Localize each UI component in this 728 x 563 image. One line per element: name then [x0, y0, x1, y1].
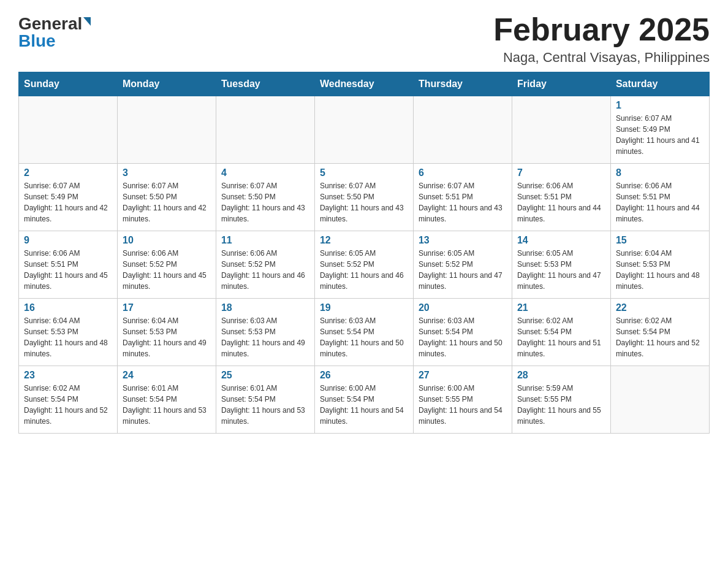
- day-number: 17: [123, 302, 211, 313]
- calendar-day-cell: [117, 96, 216, 164]
- logo-general-text: General: [18, 15, 82, 33]
- page-header: General Blue February 2025 Naga, Central…: [18, 12, 710, 66]
- day-number: 3: [123, 167, 211, 178]
- calendar-day-cell: [413, 96, 512, 164]
- day-number: 19: [320, 302, 408, 313]
- day-number: 23: [24, 370, 112, 381]
- calendar-week-row: 9Sunrise: 6:06 AMSunset: 5:51 PMDaylight…: [19, 231, 710, 299]
- calendar-day-cell: [19, 96, 118, 164]
- day-number: 25: [221, 370, 309, 381]
- day-info: Sunrise: 6:01 AMSunset: 5:54 PMDaylight:…: [221, 383, 309, 427]
- calendar-day-cell: 3Sunrise: 6:07 AMSunset: 5:50 PMDaylight…: [117, 164, 216, 231]
- day-number: 8: [616, 167, 704, 178]
- calendar-header-row: SundayMondayTuesdayWednesdayThursdayFrid…: [19, 72, 710, 96]
- day-number: 13: [419, 235, 507, 246]
- calendar-day-cell: 8Sunrise: 6:06 AMSunset: 5:51 PMDaylight…: [610, 164, 709, 231]
- calendar-day-cell: 11Sunrise: 6:06 AMSunset: 5:52 PMDayligh…: [216, 231, 314, 299]
- day-info: Sunrise: 6:07 AMSunset: 5:51 PMDaylight:…: [419, 180, 507, 224]
- day-info: Sunrise: 6:03 AMSunset: 5:54 PMDaylight:…: [419, 315, 507, 359]
- calendar-day-cell: 24Sunrise: 6:01 AMSunset: 5:54 PMDayligh…: [117, 366, 216, 434]
- day-number: 27: [419, 370, 507, 381]
- calendar-day-cell: 2Sunrise: 6:07 AMSunset: 5:49 PMDaylight…: [19, 164, 118, 231]
- day-info: Sunrise: 6:02 AMSunset: 5:54 PMDaylight:…: [24, 383, 112, 427]
- day-number: 28: [517, 370, 605, 381]
- calendar-day-cell: 22Sunrise: 6:02 AMSunset: 5:54 PMDayligh…: [610, 299, 709, 366]
- day-number: 11: [221, 235, 309, 246]
- calendar-day-cell: 9Sunrise: 6:06 AMSunset: 5:51 PMDaylight…: [19, 231, 118, 299]
- calendar-day-cell: 10Sunrise: 6:06 AMSunset: 5:52 PMDayligh…: [117, 231, 216, 299]
- calendar-day-cell: [610, 366, 709, 434]
- calendar-day-cell: 25Sunrise: 6:01 AMSunset: 5:54 PMDayligh…: [216, 366, 314, 434]
- day-info: Sunrise: 6:07 AMSunset: 5:50 PMDaylight:…: [320, 180, 408, 224]
- day-info: Sunrise: 6:07 AMSunset: 5:49 PMDaylight:…: [24, 180, 112, 224]
- calendar-day-cell: 17Sunrise: 6:04 AMSunset: 5:53 PMDayligh…: [117, 299, 216, 366]
- calendar-header-thursday: Thursday: [413, 72, 512, 96]
- calendar-day-cell: 7Sunrise: 6:06 AMSunset: 5:51 PMDaylight…: [512, 164, 610, 231]
- day-info: Sunrise: 6:07 AMSunset: 5:50 PMDaylight:…: [221, 180, 309, 224]
- day-info: Sunrise: 6:07 AMSunset: 5:50 PMDaylight:…: [123, 180, 211, 224]
- day-info: Sunrise: 6:06 AMSunset: 5:52 PMDaylight:…: [123, 248, 211, 292]
- day-number: 12: [320, 235, 408, 246]
- day-number: 4: [221, 167, 309, 178]
- calendar-day-cell: 4Sunrise: 6:07 AMSunset: 5:50 PMDaylight…: [216, 164, 314, 231]
- day-number: 7: [517, 167, 605, 178]
- day-number: 22: [616, 302, 704, 313]
- day-info: Sunrise: 6:06 AMSunset: 5:51 PMDaylight:…: [24, 248, 112, 292]
- day-info: Sunrise: 6:05 AMSunset: 5:52 PMDaylight:…: [419, 248, 507, 292]
- calendar-day-cell: 19Sunrise: 6:03 AMSunset: 5:54 PMDayligh…: [314, 299, 413, 366]
- day-info: Sunrise: 6:02 AMSunset: 5:54 PMDaylight:…: [616, 315, 704, 359]
- day-info: Sunrise: 6:00 AMSunset: 5:55 PMDaylight:…: [419, 383, 507, 427]
- day-number: 15: [616, 235, 704, 246]
- calendar-day-cell: 21Sunrise: 6:02 AMSunset: 5:54 PMDayligh…: [512, 299, 610, 366]
- day-number: 21: [517, 302, 605, 313]
- day-number: 20: [419, 302, 507, 313]
- day-info: Sunrise: 6:06 AMSunset: 5:51 PMDaylight:…: [616, 180, 704, 224]
- calendar-day-cell: 5Sunrise: 6:07 AMSunset: 5:50 PMDaylight…: [314, 164, 413, 231]
- calendar-day-cell: 18Sunrise: 6:03 AMSunset: 5:53 PMDayligh…: [216, 299, 314, 366]
- calendar-day-cell: 20Sunrise: 6:03 AMSunset: 5:54 PMDayligh…: [413, 299, 512, 366]
- calendar-day-cell: 15Sunrise: 6:04 AMSunset: 5:53 PMDayligh…: [610, 231, 709, 299]
- day-number: 6: [419, 167, 507, 178]
- day-info: Sunrise: 6:06 AMSunset: 5:51 PMDaylight:…: [517, 180, 605, 224]
- day-number: 14: [517, 235, 605, 246]
- calendar-header-friday: Friday: [512, 72, 610, 96]
- calendar-day-cell: [216, 96, 314, 164]
- day-number: 1: [616, 100, 704, 111]
- calendar-week-row: 2Sunrise: 6:07 AMSunset: 5:49 PMDaylight…: [19, 164, 710, 231]
- calendar-day-cell: 1Sunrise: 6:07 AMSunset: 5:49 PMDaylight…: [610, 96, 709, 164]
- calendar-day-cell: 27Sunrise: 6:00 AMSunset: 5:55 PMDayligh…: [413, 366, 512, 434]
- day-info: Sunrise: 6:04 AMSunset: 5:53 PMDaylight:…: [24, 315, 112, 359]
- day-info: Sunrise: 6:07 AMSunset: 5:49 PMDaylight:…: [616, 113, 704, 157]
- calendar-day-cell: 16Sunrise: 6:04 AMSunset: 5:53 PMDayligh…: [19, 299, 118, 366]
- day-number: 10: [123, 235, 211, 246]
- day-info: Sunrise: 6:06 AMSunset: 5:52 PMDaylight:…: [221, 248, 309, 292]
- calendar-day-cell: 12Sunrise: 6:05 AMSunset: 5:52 PMDayligh…: [314, 231, 413, 299]
- calendar-day-cell: 26Sunrise: 6:00 AMSunset: 5:54 PMDayligh…: [314, 366, 413, 434]
- calendar-header-tuesday: Tuesday: [216, 72, 314, 96]
- location-title: Naga, Central Visayas, Philippines: [493, 50, 710, 66]
- title-section: February 2025 Naga, Central Visayas, Phi…: [493, 12, 710, 66]
- day-info: Sunrise: 6:04 AMSunset: 5:53 PMDaylight:…: [616, 248, 704, 292]
- calendar-week-row: 16Sunrise: 6:04 AMSunset: 5:53 PMDayligh…: [19, 299, 710, 366]
- day-info: Sunrise: 6:04 AMSunset: 5:53 PMDaylight:…: [123, 315, 211, 359]
- logo-arrow-icon: [83, 17, 91, 26]
- calendar-week-row: 23Sunrise: 6:02 AMSunset: 5:54 PMDayligh…: [19, 366, 710, 434]
- day-info: Sunrise: 6:02 AMSunset: 5:54 PMDaylight:…: [517, 315, 605, 359]
- day-number: 24: [123, 370, 211, 381]
- day-info: Sunrise: 5:59 AMSunset: 5:55 PMDaylight:…: [517, 383, 605, 427]
- calendar-day-cell: 14Sunrise: 6:05 AMSunset: 5:53 PMDayligh…: [512, 231, 610, 299]
- calendar-day-cell: 6Sunrise: 6:07 AMSunset: 5:51 PMDaylight…: [413, 164, 512, 231]
- day-info: Sunrise: 6:05 AMSunset: 5:53 PMDaylight:…: [517, 248, 605, 292]
- day-number: 26: [320, 370, 408, 381]
- month-title: February 2025: [493, 12, 710, 47]
- calendar-day-cell: 23Sunrise: 6:02 AMSunset: 5:54 PMDayligh…: [19, 366, 118, 434]
- calendar-day-cell: [512, 96, 610, 164]
- calendar-day-cell: 13Sunrise: 6:05 AMSunset: 5:52 PMDayligh…: [413, 231, 512, 299]
- calendar-header-saturday: Saturday: [610, 72, 709, 96]
- day-info: Sunrise: 6:03 AMSunset: 5:54 PMDaylight:…: [320, 315, 408, 359]
- day-number: 18: [221, 302, 309, 313]
- day-number: 5: [320, 167, 408, 178]
- calendar-week-row: 1Sunrise: 6:07 AMSunset: 5:49 PMDaylight…: [19, 96, 710, 164]
- calendar-header-wednesday: Wednesday: [314, 72, 413, 96]
- calendar-table: SundayMondayTuesdayWednesdayThursdayFrid…: [18, 72, 710, 434]
